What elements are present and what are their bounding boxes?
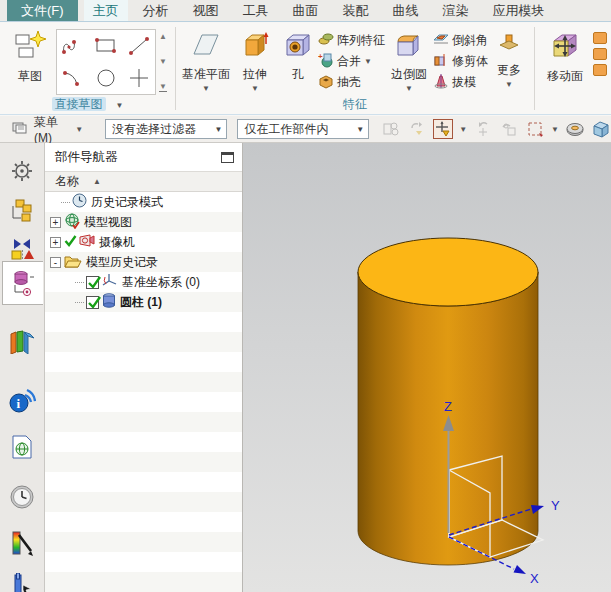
assembly-constraints-icon[interactable] <box>381 119 401 139</box>
gallery-expand-icon[interactable]: ▼ <box>159 82 167 92</box>
arc-tool-icon[interactable] <box>57 62 90 94</box>
tab-surface[interactable]: 曲面 <box>284 0 328 21</box>
expand-icon[interactable]: + <box>50 237 61 248</box>
chevron-down-icon[interactable]: ▼ <box>251 85 259 93</box>
circle-tool-icon[interactable] <box>90 62 123 94</box>
unite-button[interactable]: + 合并 ▼ <box>318 51 385 72</box>
wireframe-view-icon[interactable] <box>591 119 611 139</box>
float-panel-icon[interactable] <box>221 152 234 163</box>
chevron-down-icon[interactable]: ▼ <box>405 85 413 93</box>
sort-ascending-icon[interactable]: ▲ <box>93 177 101 186</box>
tree-row-cylinder[interactable]: 圆柱 (1) <box>45 292 242 312</box>
show-result-icon[interactable] <box>499 119 519 139</box>
part-navigator-icon[interactable] <box>2 261 43 305</box>
tab-file[interactable]: 文件(F) <box>7 0 78 21</box>
tree-row-history-mode[interactable]: 历史记录模式 <box>45 192 242 212</box>
extrude-button[interactable]: 拉伸 ▼ <box>232 26 278 93</box>
tab-curve[interactable]: 曲线 <box>384 0 428 21</box>
selection-filter-value: 没有选择过滤器 <box>112 121 196 138</box>
navigator-column-header[interactable]: 名称 ▲ <box>45 171 242 192</box>
clipped-icon[interactable] <box>593 64 607 76</box>
svg-text:+: + <box>318 52 323 61</box>
assembly-navigator-icon[interactable] <box>6 195 38 227</box>
edge-blend-button[interactable]: 边倒圆 ▼ <box>385 26 433 93</box>
checkbox-checked-icon[interactable] <box>86 296 99 309</box>
shell-button[interactable]: 抽壳 <box>318 72 385 93</box>
svg-text:i: i <box>17 396 21 411</box>
chevron-down-icon[interactable]: ▼ <box>505 81 513 89</box>
hole-button[interactable]: 孔 <box>278 26 318 83</box>
gallery-scroll-up-icon[interactable]: ▲ <box>159 32 167 41</box>
tab-tools[interactable]: 工具 <box>234 0 278 21</box>
tab-file-label: 文件(F) <box>21 2 64 20</box>
selection-bar: 菜单(M) ▼ 没有选择过滤器 ▼ 仅在工作部件内 ▼ ▼ <box>0 116 611 143</box>
more-button[interactable]: 更多 ▼ <box>488 26 530 89</box>
tree-row-cameras[interactable]: + 摄像机 <box>45 232 242 252</box>
settings-gear-icon[interactable] <box>6 155 38 187</box>
svg-text:Z: Z <box>444 399 452 414</box>
profile-tool-icon[interactable] <box>57 30 90 62</box>
checkbox-checked-icon[interactable] <box>86 276 99 289</box>
gallery-scroll-down-icon[interactable]: ▼ <box>159 57 167 66</box>
tab-application[interactable]: 应用模块 <box>484 0 554 21</box>
expand-icon[interactable]: + <box>50 217 61 228</box>
roles-icon[interactable] <box>6 527 38 559</box>
marquee-select-icon[interactable] <box>525 119 545 139</box>
chevron-down-icon[interactable]: ▼ <box>364 57 372 66</box>
datum-csys-icon <box>102 273 118 291</box>
selection-scope-combo[interactable]: 仅在工作部件内 ▼ <box>237 119 369 139</box>
draft-icon <box>433 73 449 92</box>
chevron-down-icon[interactable]: ▼ <box>202 85 210 93</box>
tree-row-model-history[interactable]: - 模型历史记录 <box>45 252 242 272</box>
selection-filter-combo[interactable]: 没有选择过滤器 ▼ <box>105 119 227 139</box>
ribbon-tab-bar: 文件(F) 主页 分析 视图 工具 曲面 装配 曲线 渲染 应用模块 <box>0 0 611 22</box>
pattern-feature-button[interactable]: 阵列特征 <box>318 30 385 51</box>
gallery-scroll[interactable]: ▲ ▼ ▼ <box>156 29 170 95</box>
tab-home[interactable]: 主页 <box>84 0 128 21</box>
draft-button[interactable]: 拔模 <box>433 72 488 93</box>
chevron-down-icon[interactable]: ▼ <box>551 125 559 134</box>
nx-application-window: 文件(F) 主页 分析 视图 工具 曲面 装配 曲线 渲染 应用模块 <box>0 0 611 592</box>
internet-info-icon[interactable]: i <box>6 385 38 417</box>
clipped-icon[interactable] <box>593 32 607 44</box>
move-face-button[interactable]: 移动面 <box>539 26 591 85</box>
collapse-icon[interactable]: - <box>50 257 61 268</box>
feature-small-buttons-2: 倒斜角 修剪体 拔模 <box>433 26 488 93</box>
tab-view[interactable]: 视图 <box>184 0 228 21</box>
group-dropdown-icon[interactable]: ▼ <box>116 101 124 110</box>
menu-icon <box>12 121 30 138</box>
chamfer-button[interactable]: 倒斜角 <box>433 30 488 51</box>
rotate-view-icon[interactable] <box>473 119 493 139</box>
navigator-title-bar: 部件导航器 <box>45 143 242 171</box>
clipped-icon[interactable] <box>593 48 607 60</box>
trim-body-button[interactable]: 修剪体 <box>433 51 488 72</box>
web-page-icon[interactable] <box>6 431 38 463</box>
check-mark-icon <box>64 234 77 250</box>
move-component-icon[interactable] <box>407 119 427 139</box>
chevron-down-icon[interactable]: ▼ <box>459 125 467 134</box>
datum-plane-button[interactable]: 基准平面 ▼ <box>180 26 232 93</box>
customize-icon[interactable] <box>6 569 38 592</box>
line-tool-icon[interactable] <box>122 30 155 62</box>
tab-assemblies[interactable]: 装配 <box>334 0 378 21</box>
clock-icon <box>72 193 87 211</box>
shaded-view-icon[interactable] <box>565 119 585 139</box>
sketch-button[interactable]: 草图 <box>4 26 56 85</box>
snap-point-icon[interactable] <box>433 119 453 139</box>
graphics-viewport[interactable]: Z Y X <box>243 143 611 592</box>
tree-row-model-views[interactable]: + 模型视图 <box>45 212 242 232</box>
point-tool-icon[interactable] <box>122 62 155 94</box>
feature-group-label: 特征 <box>176 97 534 114</box>
tab-analysis[interactable]: 分析 <box>134 0 178 21</box>
tab-render[interactable]: 渲染 <box>434 0 478 21</box>
chamfer-icon <box>433 31 449 50</box>
rectangle-tool-icon[interactable] <box>90 30 123 62</box>
pattern-feature-icon <box>318 31 334 50</box>
tree-row-datum-csys[interactable]: 基准坐标系 (0) <box>45 272 242 292</box>
unite-icon: + <box>318 52 334 71</box>
menu-button[interactable]: 菜单(M) ▼ <box>8 112 87 147</box>
selection-tools: ▼ ▼ <box>381 119 611 139</box>
history-clock-icon[interactable] <box>6 481 38 513</box>
edge-blend-icon <box>393 30 425 63</box>
reuse-library-icon[interactable] <box>6 325 38 357</box>
